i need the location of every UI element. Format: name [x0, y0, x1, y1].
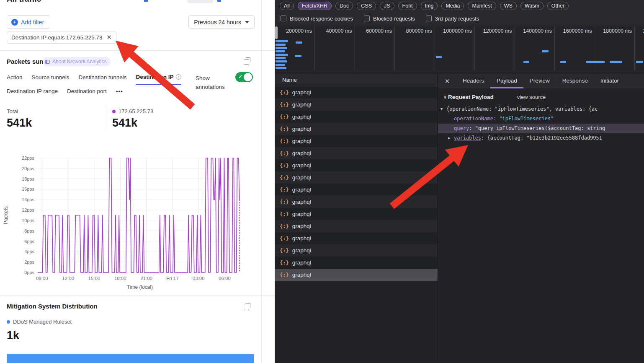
mitigation-legend: DDoS Managed Ruleset	[7, 319, 72, 325]
request-name: graphql	[292, 223, 311, 229]
request-payload-section: ▼Request Payload view source	[438, 88, 644, 102]
network-request-row[interactable]: {:}graphql	[275, 257, 438, 269]
network-request-row[interactable]: {:}graphql	[275, 99, 438, 111]
fetch-json-icon: {:}	[280, 102, 289, 108]
checkbox-label: Blocked requests	[373, 16, 415, 22]
filter-pill-js[interactable]: JS	[380, 2, 394, 10]
svg-text:12pps: 12pps	[22, 207, 34, 213]
toggle-knob	[244, 73, 252, 81]
request-name: graphql	[292, 138, 311, 144]
network-request-row[interactable]: {:}graphql	[275, 232, 438, 244]
network-request-row[interactable]: {:}graphql	[275, 159, 438, 171]
network-request-row[interactable]: {:}graphql	[275, 184, 438, 196]
checkbox-blocked-response-cookies[interactable]: Blocked response cookies	[281, 16, 353, 22]
detail-tab-initiator[interactable]: Initiator	[594, 74, 625, 88]
svg-text:09:00: 09:00	[36, 276, 48, 281]
filter-pill-all[interactable]: All	[280, 2, 294, 10]
svg-text:22pps: 22pps	[22, 156, 34, 161]
detail-tab-payload[interactable]: Payload	[490, 74, 523, 88]
request-timing-mark	[295, 55, 301, 57]
mitigation-title: Mitigation System Distribution	[7, 303, 98, 310]
mitigation-bar	[7, 354, 254, 363]
detail-tab-response[interactable]: Response	[556, 74, 594, 88]
timeline-tick-label: 2000000 ms	[635, 28, 644, 34]
time-range-select[interactable]: Previous 24 hours	[188, 15, 255, 29]
network-request-row[interactable]: {:}graphql	[275, 123, 438, 135]
filter-pill-ws[interactable]: WS	[500, 2, 517, 10]
network-request-row[interactable]: {:}graphql	[275, 220, 438, 232]
detail-tab-headers[interactable]: Headers	[456, 74, 490, 88]
svg-text:06:00: 06:00	[219, 276, 231, 281]
fetch-json-icon: {:}	[280, 163, 289, 169]
fetch-json-icon: {:}	[280, 272, 289, 278]
request-payload-title[interactable]: ▼Request Payload	[443, 94, 494, 100]
filter-pill-css[interactable]: CSS	[357, 2, 376, 10]
close-icon[interactable]: ✕	[438, 78, 456, 85]
annotations-toggle[interactable]: ✓	[235, 72, 253, 82]
expanded-arrow-icon[interactable]: ▼	[440, 104, 443, 114]
svg-text:20pps: 20pps	[22, 166, 34, 171]
filter-pill-other[interactable]: Other	[547, 2, 569, 10]
request-name: graphql	[292, 89, 311, 96]
request-name: graphql	[292, 247, 311, 254]
detail-tab-preview[interactable]: Preview	[523, 74, 556, 88]
payload-line[interactable]: ▶variables: {accountTag: "b12e3b2192ee55…	[438, 133, 644, 143]
payload-segment: variables	[454, 135, 481, 141]
timeline-tick-label: 1200000 ms	[475, 28, 512, 34]
network-request-row[interactable]: {:}graphql	[275, 111, 438, 123]
book-icon	[45, 60, 50, 64]
timeline-overview[interactable]: 200000 ms400000 ms600000 ms800000 ms1000…	[275, 25, 644, 71]
fetch-json-icon: {:}	[280, 138, 289, 144]
request-timing-mark	[523, 61, 529, 63]
network-request-row[interactable]: {:}graphql	[275, 196, 438, 208]
network-name-column-header[interactable]: Name	[275, 74, 438, 86]
checkbox--rd-party-requests[interactable]: 3rd-party requests	[426, 16, 479, 22]
network-request-row[interactable]: {:}graphql	[275, 244, 438, 257]
network-request-row[interactable]: {:}graphql	[275, 171, 438, 184]
popout-icon[interactable]	[244, 59, 249, 65]
remove-filter-icon[interactable]: ✕	[106, 34, 112, 41]
filter-pill-manifest[interactable]: Manifest	[468, 2, 496, 10]
request-timing-mark	[276, 57, 286, 59]
request-timing-mark	[296, 41, 302, 44]
more-tabs-button[interactable]: •••	[116, 88, 123, 98]
filter-pill-font[interactable]: Font	[398, 2, 417, 10]
timeline-tick-label: 1000000 ms	[435, 28, 472, 34]
popout-icon[interactable]	[244, 305, 249, 310]
request-name: graphql	[292, 162, 311, 169]
view-source-link[interactable]: view source	[517, 94, 546, 100]
tab-destination-tunnels[interactable]: Destination tunnels	[79, 74, 127, 85]
tab-destination-ip[interactable]: Destination IPi	[136, 74, 181, 85]
tab-source-tunnels[interactable]: Source tunnels	[32, 74, 70, 85]
tab-action[interactable]: Action	[7, 74, 23, 85]
tab-destination-port[interactable]: Destination port	[67, 88, 107, 98]
fetch-json-icon: {:}	[280, 248, 289, 254]
request-timing-mark	[610, 61, 622, 63]
collapsed-arrow-icon[interactable]: ▶	[448, 133, 450, 143]
svg-text:15:00: 15:00	[88, 276, 100, 281]
network-request-row[interactable]: {:}graphql	[275, 208, 438, 220]
payload-line[interactable]: ▼{operationName: "ipFlowTimeseries", var…	[438, 104, 644, 114]
checkbox-blocked-requests[interactable]: Blocked requests	[364, 16, 415, 22]
fetch-json-icon: {:}	[280, 187, 289, 193]
svg-text:12:00: 12:00	[62, 276, 74, 281]
filter-pill-fetch-xhr[interactable]: Fetch/XHR	[298, 2, 332, 10]
time-range-value: Previous 24 hours	[194, 19, 241, 26]
network-request-row[interactable]: {:}graphql	[275, 86, 438, 99]
network-request-row[interactable]: {:}graphql	[275, 135, 438, 147]
cropped-ui-fragment	[187, 0, 213, 3]
filter-pill-img[interactable]: Img	[421, 2, 438, 10]
payload-line[interactable]: operationName: "ipFlowTimeseries"	[438, 114, 644, 124]
payload-line[interactable]: query: "query ipFlowTimeseries($accountT…	[438, 124, 644, 133]
filter-pill-doc[interactable]: Doc	[335, 2, 353, 10]
network-request-row[interactable]: {:}graphql	[275, 269, 438, 281]
add-filter-button[interactable]: + Add filter	[7, 15, 50, 29]
tab-destination-ip-range[interactable]: Destination IP range	[7, 88, 58, 98]
about-network-analytics-badge[interactable]: About Network Analytics	[43, 57, 111, 66]
filter-pill-media[interactable]: Media	[441, 2, 464, 10]
network-request-row[interactable]: {:}graphql	[275, 147, 438, 159]
series-dot	[112, 110, 116, 113]
analytics-panel: All traffic + Add filter Previous 24 hou…	[0, 0, 275, 363]
show-annotations-label: Show annotations	[196, 74, 233, 91]
filter-pill-wasm[interactable]: Wasm	[520, 2, 544, 10]
